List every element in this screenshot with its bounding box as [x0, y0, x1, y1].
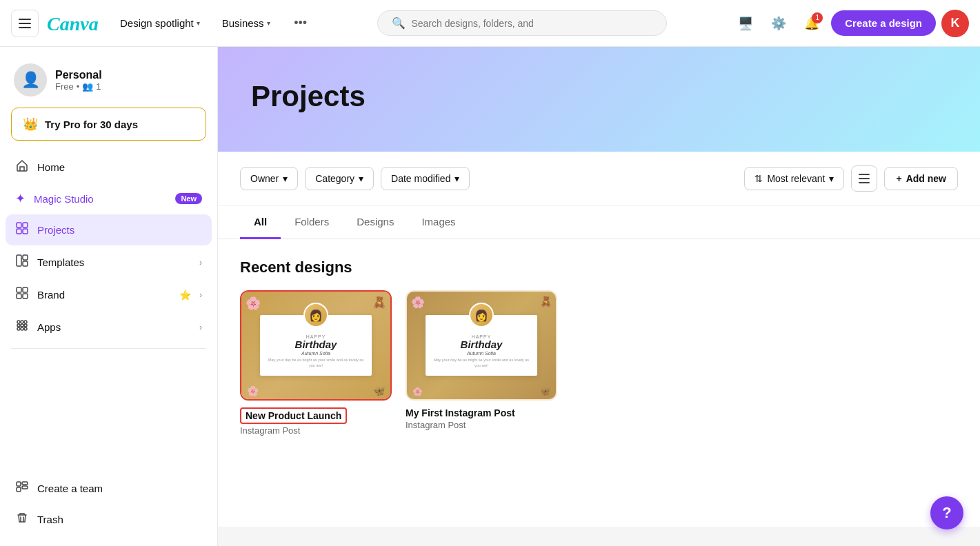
sidebar-divider	[11, 348, 206, 349]
sidebar-item-brand[interactable]: Brand ⭐ ›	[6, 279, 212, 310]
apps-icon	[15, 318, 29, 336]
sort-button[interactable]: ⇅ Most relevant ▾	[744, 167, 844, 190]
avatar: 👤	[14, 63, 47, 97]
svg-rect-12	[23, 287, 28, 292]
create-design-button[interactable]: Create a design	[831, 10, 936, 36]
sidebar-item-apps[interactable]: Apps ›	[6, 312, 212, 343]
design-name: My First Instagram Post	[406, 407, 557, 418]
sidebar-item-label: Templates	[37, 256, 191, 268]
svg-point-22	[21, 327, 23, 330]
canva-logo[interactable]: Canva	[47, 12, 102, 34]
profile-sub: Free • 👥 1	[55, 81, 102, 92]
section-title: Recent designs	[240, 259, 958, 276]
list-item[interactable]: 🌸 🧸 👩 HAPPY Birthday	[240, 290, 392, 436]
svg-rect-26	[22, 486, 28, 489]
svg-rect-1	[19, 23, 31, 24]
chevron-down-icon: ▾	[267, 19, 270, 27]
svg-point-23	[24, 327, 27, 330]
svg-rect-6	[17, 229, 21, 234]
content-area: Owner ▾ Category ▾ Date modified ▾ ⇅ Mos…	[218, 152, 980, 527]
notifications-button[interactable]: 🔔	[798, 10, 826, 37]
sidebar-item-label: Create a team	[37, 483, 202, 494]
design-name: New Product Launch	[240, 407, 347, 424]
hamburger-button[interactable]	[11, 10, 39, 37]
svg-rect-13	[17, 294, 21, 299]
sidebar-item-create-team[interactable]: Create a team	[6, 473, 212, 504]
list-view-button[interactable]	[851, 165, 877, 192]
design-type: Instagram Post	[240, 425, 392, 436]
settings-button[interactable]: ⚙️	[765, 10, 792, 37]
main-content: Projects Owner ▾ Category ▾ Date modifie…	[218, 47, 980, 546]
svg-point-15	[17, 321, 20, 323]
sort-icon: ⇅	[754, 173, 763, 184]
sidebar-item-label: Brand	[37, 289, 171, 301]
recent-designs-section: Recent designs 🌸 🧸	[218, 239, 980, 455]
notifications-wrap: 🔔 1	[798, 10, 826, 37]
new-badge: New	[175, 193, 202, 204]
topnav-center: 🔍	[321, 10, 724, 36]
home-icon	[15, 159, 29, 176]
tab-all[interactable]: All	[240, 206, 281, 239]
business-nav[interactable]: Business ▾	[212, 12, 280, 34]
svg-rect-5	[23, 223, 28, 228]
profile-name: Personal	[55, 69, 102, 81]
topnav: Canva Design spotlight ▾ Business ▾ ••• …	[0, 0, 980, 47]
svg-rect-27	[17, 487, 21, 492]
sidebar-item-templates[interactable]: Templates ›	[6, 247, 212, 278]
tab-designs[interactable]: Designs	[343, 206, 408, 239]
tab-images[interactable]: Images	[408, 206, 469, 239]
search-icon: 🔍	[392, 17, 406, 30]
topnav-left: Canva Design spotlight ▾ Business ▾ •••	[11, 10, 313, 37]
svg-rect-7	[23, 229, 28, 234]
layout: 👤 Personal Free • 👥 1 👑 Try Pro for 30 d…	[0, 47, 980, 546]
design-thumbnail-1: 🌸 🧸 👩 HAPPY Birthday	[240, 290, 392, 401]
list-item[interactable]: 🌸 🧸 👩 HAPPY Birthday Autumn Sofia	[406, 290, 557, 436]
content-tabs: All Folders Designs Images	[218, 206, 980, 239]
try-pro-button[interactable]: 👑 Try Pro for 30 days	[11, 108, 206, 141]
svg-rect-14	[23, 294, 28, 299]
add-new-button[interactable]: + Add new	[884, 167, 958, 190]
designs-grid: 🌸 🧸 👩 HAPPY Birthday	[240, 290, 958, 436]
owner-filter-button[interactable]: Owner ▾	[240, 167, 298, 190]
category-filter-button[interactable]: Category ▾	[305, 167, 374, 190]
display-button[interactable]: 🖥️	[732, 10, 759, 37]
page-title: Projects	[251, 80, 947, 113]
design-thumbnail-2: 🌸 🧸 👩 HAPPY Birthday Autumn Sofia	[406, 290, 557, 401]
more-button[interactable]: •••	[288, 11, 313, 36]
chevron-down-icon: ▾	[829, 173, 834, 184]
svg-rect-29	[859, 178, 870, 179]
sidebar-bottom: Create a team Trash	[0, 473, 217, 535]
svg-point-18	[17, 324, 20, 327]
brand-icon	[15, 286, 29, 303]
sidebar-item-label: Magic Studio	[34, 193, 167, 205]
sidebar-item-home[interactable]: Home	[6, 152, 212, 183]
nav-pills: Design spotlight ▾ Business ▾	[110, 12, 280, 34]
svg-rect-28	[859, 174, 870, 175]
svg-point-17	[24, 321, 27, 323]
sidebar-nav: Home ✦ Magic Studio New Projects	[0, 152, 217, 343]
sidebar-item-label: Projects	[37, 224, 202, 236]
svg-rect-8	[17, 255, 21, 266]
design-spotlight-nav[interactable]: Design spotlight ▾	[110, 12, 210, 34]
sidebar-item-label: Home	[37, 161, 202, 173]
filters-bar: Owner ▾ Category ▾ Date modified ▾ ⇅ Mos…	[218, 152, 980, 206]
help-button[interactable]: ?	[930, 496, 963, 529]
svg-point-21	[17, 327, 20, 330]
chevron-right-icon: ›	[199, 290, 202, 300]
chevron-down-icon: ▾	[359, 173, 363, 184]
notification-badge: 1	[812, 12, 823, 23]
sidebar-item-projects[interactable]: Projects	[6, 214, 212, 245]
date-filter-button[interactable]: Date modified ▾	[381, 167, 470, 190]
filters-right: ⇅ Most relevant ▾ + Add new	[744, 165, 958, 192]
user-avatar-button[interactable]: K	[941, 10, 969, 37]
sidebar: 👤 Personal Free • 👥 1 👑 Try Pro for 30 d…	[0, 47, 218, 546]
sidebar-item-magic-studio[interactable]: ✦ Magic Studio New	[6, 184, 212, 213]
tab-folders[interactable]: Folders	[281, 206, 343, 239]
sidebar-item-trash[interactable]: Trash	[6, 504, 212, 535]
svg-rect-4	[17, 223, 21, 228]
crown-icon: 👑	[23, 117, 38, 132]
search-bar: 🔍	[377, 10, 667, 36]
search-input[interactable]	[411, 18, 652, 29]
templates-icon	[15, 254, 29, 271]
svg-point-16	[21, 321, 23, 323]
